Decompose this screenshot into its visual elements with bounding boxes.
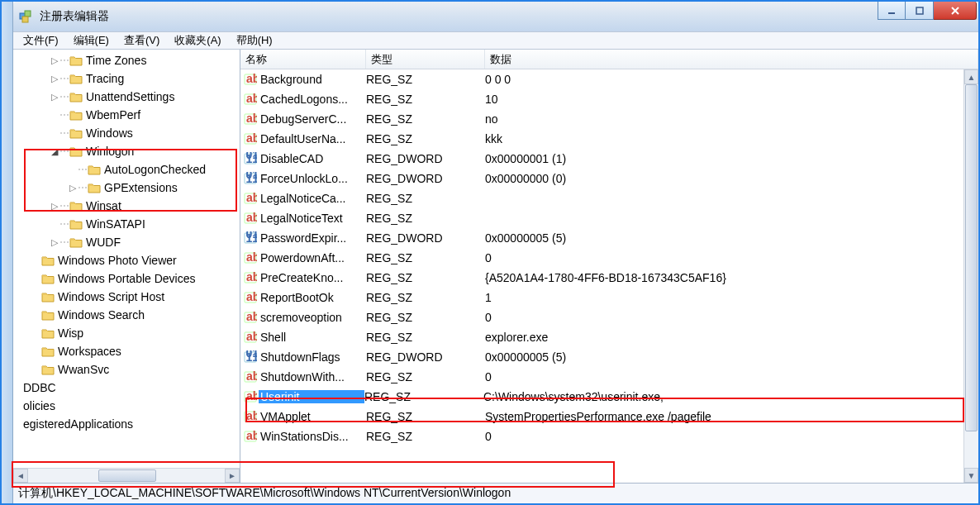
- string-value-icon: ab: [244, 132, 257, 145]
- registry-value-row[interactable]: abBackgroundREG_SZ0 0 0: [240, 69, 963, 89]
- svg-text:ab: ab: [246, 271, 257, 283]
- menu-item[interactable]: 查看(V): [117, 32, 166, 49]
- scroll-up-button[interactable]: ▲: [964, 69, 978, 84]
- menu-item[interactable]: 文件(F): [17, 32, 65, 49]
- maximize-button[interactable]: [906, 2, 934, 20]
- registry-value-row[interactable]: abDefaultUserNa...REG_SZkkk: [240, 129, 963, 149]
- tree-item-label: Windows Portable Devices: [58, 272, 196, 285]
- registry-value-row[interactable]: 011110ForceUnlockLo...REG_DWORD0x0000000…: [240, 169, 963, 188]
- tree-connector-icon: ⋯: [59, 55, 68, 66]
- tree-item[interactable]: ▷⋯Winsat: [13, 197, 240, 215]
- list-vertical-scrollbar[interactable]: ▲ ▼: [963, 69, 978, 483]
- tree-connector-icon: ⋯: [59, 236, 68, 248]
- expand-icon[interactable]: ▷: [50, 92, 59, 102]
- tree-horizontal-scrollbar[interactable]: ◄ ►: [13, 468, 240, 483]
- tree-item[interactable]: Windows Script Host: [13, 288, 240, 306]
- tree-item[interactable]: DDBC: [13, 379, 240, 397]
- scroll-left-button[interactable]: ◄: [13, 469, 28, 483]
- registry-value-row[interactable]: abVMAppletREG_SZSystemPropertiesPerforma…: [240, 407, 963, 426]
- menu-item[interactable]: 编辑(E): [67, 32, 116, 49]
- value-name: DefaultUserNa...: [260, 132, 366, 145]
- svg-text:110: 110: [246, 231, 258, 245]
- scroll-down-button[interactable]: ▼: [964, 468, 978, 483]
- registry-value-row[interactable]: abPreCreateKno...REG_SZ{A520A1A4-1780-4F…: [240, 268, 963, 288]
- scroll-thumb[interactable]: [965, 84, 978, 431]
- string-value-icon: ab: [244, 410, 257, 423]
- tree-item[interactable]: Windows Photo Viewer: [13, 251, 240, 269]
- column-header-data[interactable]: 数据: [485, 50, 978, 69]
- registry-value-row[interactable]: abShellREG_SZexplorer.exe: [240, 327, 963, 347]
- expand-icon[interactable]: ▷: [68, 183, 78, 193]
- tree-item[interactable]: egisteredApplications: [13, 415, 240, 433]
- tree-item[interactable]: ⋯WinSATAPI: [13, 215, 240, 233]
- tree-item-label: Tracing: [86, 72, 124, 85]
- value-name: Background: [260, 73, 366, 86]
- registry-value-row[interactable]: abLegalNoticeCa...REG_SZ: [240, 188, 963, 208]
- registry-value-row[interactable]: abShutdownWith...REG_SZ0: [240, 367, 963, 387]
- string-value-icon: ab: [244, 390, 257, 403]
- tree-connector-icon: ⋯: [59, 91, 68, 102]
- registry-value-row[interactable]: 011110PasswordExpir...REG_DWORD0x0000000…: [240, 228, 963, 248]
- menubar: 文件(F)编辑(E)查看(V)收藏夹(A)帮助(H): [13, 31, 978, 50]
- registry-value-row[interactable]: abUserinitREG_SZC:\Windows\system32\user…: [240, 387, 963, 407]
- value-type: REG_SZ: [366, 93, 485, 106]
- value-data: 1: [485, 291, 963, 304]
- tree-item[interactable]: ⋯Windows: [13, 124, 240, 142]
- menu-item[interactable]: 帮助(H): [230, 32, 279, 49]
- tree-item[interactable]: ▷⋯GPExtensions: [13, 179, 240, 197]
- dword-value-icon: 011110: [244, 172, 257, 185]
- value-name: DebugServerC...: [260, 112, 366, 126]
- tree-item[interactable]: Windows Portable Devices: [13, 269, 240, 288]
- tree-item[interactable]: Windows Search: [13, 306, 240, 324]
- value-data: 0x00000000 (0): [485, 172, 963, 185]
- tree-item[interactable]: olicies: [13, 397, 240, 415]
- registry-value-row[interactable]: 011110ShutdownFlagsREG_DWORD0x00000005 (…: [240, 347, 963, 367]
- registry-value-row[interactable]: abWinStationsDis...REG_SZ0: [240, 426, 963, 446]
- registry-value-row[interactable]: abCachedLogons...REG_SZ10: [240, 89, 963, 109]
- folder-icon: [41, 327, 55, 339]
- registry-value-row[interactable]: abPowerdownAft...REG_SZ0: [240, 248, 963, 268]
- tree-item[interactable]: Wisp: [13, 324, 240, 342]
- expand-icon[interactable]: ▷: [50, 237, 59, 248]
- registry-value-row[interactable]: abReportBootOkREG_SZ1: [240, 288, 963, 307]
- value-name: VMApplet: [260, 410, 366, 423]
- tree-item[interactable]: ▷⋯Tracing: [13, 69, 240, 88]
- registry-value-row[interactable]: 011110DisableCADREG_DWORD0x00000001 (1): [240, 149, 963, 169]
- string-value-icon: ab: [244, 251, 257, 264]
- tree-item-label: WUDF: [86, 236, 121, 249]
- tree-item[interactable]: ▷⋯WUDF: [13, 233, 240, 251]
- minimize-button[interactable]: [878, 2, 906, 20]
- scroll-right-button[interactable]: ►: [225, 469, 240, 483]
- registry-value-row[interactable]: abscremoveoptionREG_SZ0: [240, 307, 963, 327]
- folder-icon: [69, 91, 83, 102]
- value-data: explorer.exe: [485, 331, 963, 344]
- tree-item[interactable]: WwanSvc: [13, 360, 240, 379]
- tree-item[interactable]: Workspaces: [13, 342, 240, 360]
- list-panel: 名称 类型 数据 abBackgroundREG_SZ0 0 0abCached…: [240, 50, 978, 483]
- expand-icon[interactable]: ▷: [50, 201, 59, 212]
- registry-value-row[interactable]: abDebugServerC...REG_SZno: [240, 109, 963, 129]
- value-name: ShutdownFlags: [260, 350, 366, 364]
- value-name: PowerdownAft...: [260, 251, 366, 264]
- expand-icon[interactable]: ▷: [50, 55, 59, 66]
- column-header-type[interactable]: 类型: [366, 50, 485, 69]
- value-data: kkk: [485, 132, 963, 145]
- menu-item[interactable]: 收藏夹(A): [168, 32, 227, 49]
- tree-item-label: Windows: [86, 126, 133, 140]
- close-button[interactable]: [934, 2, 977, 20]
- tree-item[interactable]: ◢⋯Winlogon: [13, 142, 240, 160]
- titlebar[interactable]: 注册表编辑器: [13, 2, 978, 31]
- registry-value-row[interactable]: abLegalNoticeTextREG_SZ: [240, 208, 963, 228]
- tree-item[interactable]: ▷⋯UnattendSettings: [13, 88, 240, 106]
- expand-icon[interactable]: ▷: [50, 74, 59, 84]
- value-type: REG_SZ: [366, 212, 485, 225]
- tree-item[interactable]: ⋯AutoLogonChecked: [13, 160, 240, 179]
- folder-icon: [69, 73, 83, 84]
- collapse-icon[interactable]: ◢: [50, 146, 59, 157]
- value-type: REG_SZ: [366, 370, 485, 384]
- column-header-name[interactable]: 名称: [240, 50, 366, 69]
- tree-item[interactable]: ⋯WbemPerf: [13, 106, 240, 124]
- scroll-thumb[interactable]: [98, 469, 156, 482]
- tree-item[interactable]: ▷⋯Time Zones: [13, 51, 240, 69]
- string-value-icon: ab: [244, 311, 257, 324]
